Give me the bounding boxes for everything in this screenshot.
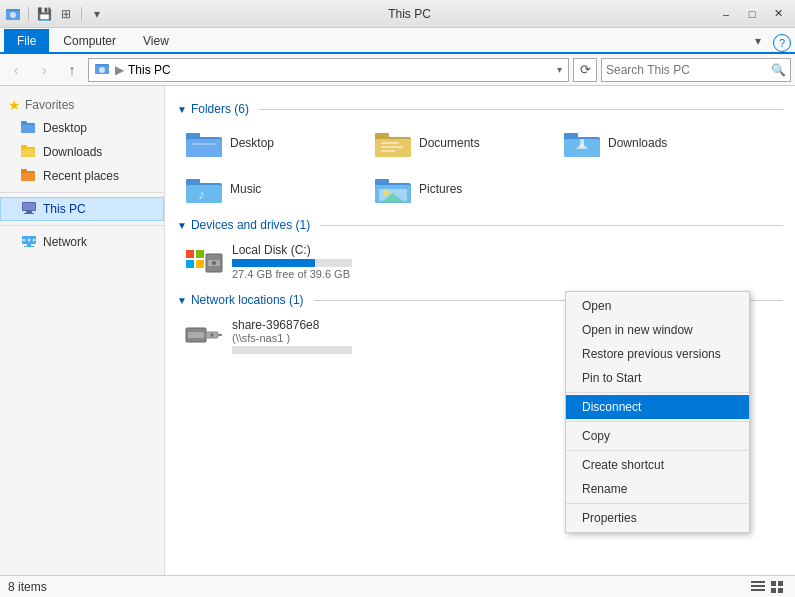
folder-desktop-icon <box>184 127 224 159</box>
network-share-path: (\\sfs-nas1 ) <box>232 332 450 344</box>
large-icons-view-button[interactable] <box>769 578 787 596</box>
folder-item-desktop[interactable]: Desktop <box>177 122 362 164</box>
back-button[interactable]: ‹ <box>4 58 28 82</box>
svg-rect-52 <box>186 260 194 268</box>
minimize-button[interactable]: – <box>713 0 739 28</box>
ribbon-more-button[interactable]: ▾ <box>747 30 769 52</box>
forward-button[interactable]: › <box>32 58 56 82</box>
network-share-name: share-396876e8 <box>232 318 450 332</box>
folder-item-documents[interactable]: Documents <box>366 122 551 164</box>
thispc-label: This PC <box>43 202 86 216</box>
ctx-sep2 <box>566 421 749 422</box>
ctx-pin-start[interactable]: Pin to Start <box>566 366 749 390</box>
folder-documents-icon <box>373 127 413 159</box>
devices-chevron-icon: ▼ <box>177 220 187 231</box>
sidebar: ★ Favorites Desktop Downloads Recent pl <box>0 86 165 575</box>
up-button[interactable]: ↑ <box>60 58 84 82</box>
folders-header-label: Folders (6) <box>191 102 249 116</box>
svg-point-61 <box>211 334 214 337</box>
refresh-button[interactable]: ⟳ <box>573 58 597 82</box>
svg-point-48 <box>383 190 389 196</box>
tab-view[interactable]: View <box>130 29 182 52</box>
ctx-disconnect[interactable]: Disconnect <box>566 395 749 419</box>
window-title: This PC <box>106 7 713 21</box>
svg-text:♪: ♪ <box>198 186 205 202</box>
properties-icon[interactable]: ⊞ <box>57 5 75 23</box>
folder-downloads-icon <box>562 127 602 159</box>
tab-file[interactable]: File <box>4 29 49 52</box>
desktop-label: Desktop <box>43 121 87 135</box>
customize-icon[interactable]: ▾ <box>88 5 106 23</box>
close-button[interactable]: ✕ <box>765 0 791 28</box>
folder-desktop-label: Desktop <box>230 136 274 150</box>
folder-item-music[interactable]: ♪ Music <box>177 168 362 210</box>
svg-rect-66 <box>778 581 783 586</box>
folder-pictures-label: Pictures <box>419 182 462 196</box>
svg-rect-39 <box>580 139 584 147</box>
sidebar-section-favorites: ★ Favorites Desktop Downloads Recent pl <box>0 94 164 188</box>
app-icon <box>4 5 22 23</box>
sidebar-item-desktop[interactable]: Desktop <box>0 116 164 140</box>
desktop-folder-icon <box>21 120 37 136</box>
status-bar: 8 items <box>0 575 795 597</box>
maximize-button[interactable]: □ <box>739 0 765 28</box>
ctx-copy[interactable]: Copy <box>566 424 749 448</box>
ctx-open-new-window[interactable]: Open in new window <box>566 318 749 342</box>
svg-rect-17 <box>26 211 32 213</box>
network-item-share[interactable]: share-396876e8 (\\sfs-nas1 ) <box>177 313 457 359</box>
path-dropdown-arrow[interactable]: ▾ <box>557 64 562 75</box>
title-bar: 💾 ⊞ ▾ This PC – □ ✕ <box>0 0 795 28</box>
ctx-rename[interactable]: Rename <box>566 477 749 501</box>
device-item-c[interactable]: Local Disk (C:) 27.4 GB free of 39.6 GB <box>177 238 457 285</box>
address-bar: ‹ › ↑ ▶ This PC ▾ ⟳ 🔍 <box>0 54 795 86</box>
folders-section-header[interactable]: ▼ Folders (6) <box>177 102 783 116</box>
sidebar-item-recentplaces[interactable]: Recent places <box>0 164 164 188</box>
search-box[interactable]: 🔍 <box>601 58 791 82</box>
qa-separator <box>28 7 29 21</box>
ctx-create-shortcut[interactable]: Create shortcut <box>566 453 749 477</box>
address-path[interactable]: ▶ This PC ▾ <box>88 58 569 82</box>
svg-rect-65 <box>771 581 776 586</box>
svg-rect-41 <box>186 179 200 185</box>
svg-rect-62 <box>751 581 765 583</box>
sidebar-separator1 <box>0 192 164 193</box>
path-text: This PC <box>128 63 171 77</box>
svg-point-20 <box>23 239 26 242</box>
svg-rect-68 <box>778 588 783 593</box>
thispc-icon <box>21 201 37 217</box>
svg-rect-64 <box>751 589 765 591</box>
svg-rect-45 <box>375 179 389 185</box>
device-size: 27.4 GB free of 39.6 GB <box>232 268 450 280</box>
sidebar-item-network[interactable]: Network <box>0 230 164 254</box>
folder-music-icon: ♪ <box>184 173 224 205</box>
ctx-sep4 <box>566 503 749 504</box>
ctx-restore-versions[interactable]: Restore previous versions <box>566 342 749 366</box>
search-input[interactable] <box>606 63 771 77</box>
folder-item-downloads[interactable]: Downloads <box>555 122 740 164</box>
folder-pictures-icon <box>373 173 413 205</box>
devices-section-header[interactable]: ▼ Devices and drives (1) <box>177 218 783 232</box>
folder-documents-label: Documents <box>419 136 480 150</box>
ctx-sep1 <box>566 392 749 393</box>
ctx-sep3 <box>566 450 749 451</box>
svg-rect-26 <box>186 133 200 139</box>
details-view-button[interactable] <box>749 578 767 596</box>
ctx-properties[interactable]: Properties <box>566 506 749 530</box>
ctx-open[interactable]: Open <box>566 294 749 318</box>
svg-rect-11 <box>21 149 35 157</box>
folder-item-pictures[interactable]: Pictures <box>366 168 551 210</box>
path-icon <box>95 61 111 78</box>
svg-rect-67 <box>771 588 776 593</box>
sidebar-item-downloads[interactable]: Downloads <box>0 140 164 164</box>
network-icon <box>21 234 37 250</box>
network-bar <box>232 346 352 354</box>
sidebar-item-thispc[interactable]: This PC <box>0 197 164 221</box>
tab-computer[interactable]: Computer <box>50 29 129 52</box>
context-menu: Open Open in new window Restore previous… <box>565 291 750 533</box>
save-icon[interactable]: 💾 <box>35 5 53 23</box>
favorites-header[interactable]: ★ Favorites <box>0 94 164 116</box>
svg-rect-34 <box>381 150 395 152</box>
help-button[interactable]: ? <box>773 34 791 52</box>
devices-header-label: Devices and drives (1) <box>191 218 310 232</box>
qa-separator2 <box>81 7 82 21</box>
